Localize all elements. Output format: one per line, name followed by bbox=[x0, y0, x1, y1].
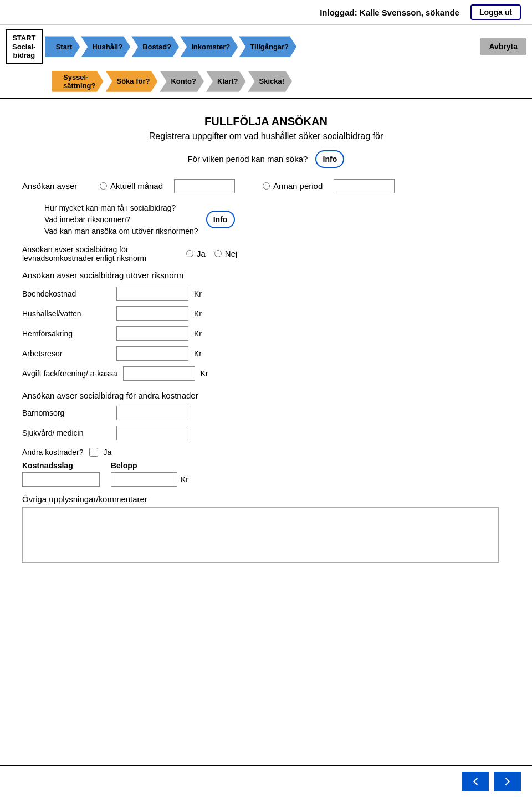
boendekostnad-input[interactable] bbox=[116, 287, 188, 301]
riksnorm-info: Hur mycket kan man få i socialbidrag? Va… bbox=[44, 202, 510, 237]
page-title: FULLFÖLJA ANSÖKAN bbox=[22, 115, 510, 128]
ovriga-textarea-wrapper bbox=[22, 507, 499, 565]
andra-kostnader-heading: Ansökan avser socialbidrag för andra kos… bbox=[22, 391, 510, 400]
nav-inkomster-label[interactable]: Inkomster? bbox=[180, 36, 238, 57]
belopp-col: Belopp Kr bbox=[111, 461, 188, 487]
nav-hushall[interactable]: Hushåll? bbox=[81, 36, 130, 57]
barnomsorg-label: Barnomsorg bbox=[22, 408, 111, 417]
boendekostnad-kr: Kr bbox=[194, 289, 202, 298]
levnadsomkostnader-label: Ansökan avser socialbidrag för levnadsom… bbox=[22, 245, 177, 263]
nav-tillgangar[interactable]: Tillgångar? bbox=[239, 36, 296, 57]
back-button[interactable] bbox=[462, 772, 489, 791]
annan-period-radio[interactable] bbox=[263, 182, 270, 190]
andra-kostnader-question-row: Andra kostnader? Ja bbox=[22, 448, 510, 457]
ja-checkbox-label: Ja bbox=[104, 448, 112, 457]
aktuell-manad-input[interactable] bbox=[174, 179, 235, 193]
belopp-label: Belopp bbox=[111, 461, 188, 470]
aktuell-manad-option[interactable]: Aktuell månad bbox=[100, 181, 163, 191]
kostnadsslag-label: Kostnadsslag bbox=[22, 461, 100, 470]
main-content: FULLFÖLJA ANSÖKAN Registrera uppgifter o… bbox=[0, 110, 532, 576]
belopp-input[interactable] bbox=[111, 472, 177, 487]
period-question: För vilken period kan man söka? bbox=[188, 154, 308, 164]
arbetsresor-input[interactable] bbox=[116, 346, 188, 361]
levnads-ja-radio[interactable] bbox=[186, 250, 193, 257]
hushallsel-label: Hushållsel/vatten bbox=[22, 309, 111, 318]
sjukvard-input[interactable] bbox=[116, 426, 188, 440]
hemforsakring-row: Hemförsäkring Kr bbox=[22, 326, 510, 341]
header-divider bbox=[0, 98, 532, 99]
utover-riksnorm-heading: Ansökan avser socialbidrag utöver riksno… bbox=[22, 270, 510, 280]
levnads-nej-radio[interactable] bbox=[214, 250, 222, 257]
avgift-label: Avgift fackförening/ a-kassa bbox=[22, 369, 117, 379]
nav-inkomster[interactable]: Inkomster? bbox=[180, 36, 238, 57]
forward-button[interactable] bbox=[494, 772, 521, 791]
belopp-kr: Kr bbox=[181, 475, 188, 484]
riksnorm-line3: Vad kan man ansöka om utöver riksnormen? bbox=[44, 226, 198, 237]
aktuell-manad-radio[interactable] bbox=[100, 182, 107, 190]
andra-kostnader-checkbox[interactable] bbox=[89, 448, 98, 457]
arbetsresor-label: Arbetsresor bbox=[22, 349, 111, 358]
avgift-row: Avgift fackförening/ a-kassa Kr bbox=[22, 366, 510, 381]
nav-konto-label[interactable]: Konto? bbox=[160, 71, 203, 92]
nav-start-label[interactable]: Start bbox=[45, 36, 80, 57]
avgift-input[interactable] bbox=[123, 366, 195, 381]
nav-bar-row1: START Social- bidrag Start Hushåll? Bost… bbox=[0, 25, 532, 69]
riksnorm-line2: Vad innebär riksnormen? bbox=[44, 214, 198, 226]
avgift-kr: Kr bbox=[201, 369, 208, 378]
kostnadsslag-col: Kostnadsslag bbox=[22, 461, 100, 487]
period-row: För vilken period kan man söka? Info bbox=[22, 150, 510, 168]
nav-bostad[interactable]: Bostad? bbox=[131, 36, 179, 57]
top-header: Inloggad: Kalle Svensson, sökande Logga … bbox=[0, 0, 532, 25]
nav-hushall-label[interactable]: Hushåll? bbox=[81, 36, 130, 57]
kostnadsslag-input[interactable] bbox=[22, 472, 100, 487]
utover-riksnorm-section: Ansökan avser socialbidrag utöver riksno… bbox=[22, 270, 510, 381]
boendekostnad-row: Boendekostnad Kr bbox=[22, 287, 510, 301]
forward-icon bbox=[502, 775, 514, 788]
levnads-nej-option[interactable]: Nej bbox=[214, 249, 238, 258]
boendekostnad-label: Boendekostnad bbox=[22, 289, 111, 298]
ovriga-textarea[interactable] bbox=[22, 507, 499, 563]
barnomsorg-row: Barnomsorg bbox=[22, 406, 510, 420]
nav-soka-for[interactable]: Söka för? bbox=[106, 71, 158, 92]
hushallsel-kr: Kr bbox=[194, 309, 202, 318]
levnadsomkostnader-row: Ansökan avser socialbidrag för levnadsom… bbox=[22, 245, 510, 263]
sjukvard-label: Sjukvård/ medicin bbox=[22, 428, 111, 438]
annan-period-label: Annan period bbox=[273, 181, 323, 191]
barnomsorg-input[interactable] bbox=[116, 406, 188, 420]
nav-konto[interactable]: Konto? bbox=[160, 71, 203, 92]
aktuell-manad-label: Aktuell månad bbox=[110, 181, 163, 191]
nav-klart[interactable]: Klart? bbox=[206, 71, 246, 92]
levnads-ja-label: Ja bbox=[197, 249, 206, 258]
info-button-period[interactable]: Info bbox=[315, 150, 344, 168]
annan-period-input[interactable] bbox=[334, 179, 395, 193]
hemforsakring-input[interactable] bbox=[116, 326, 188, 341]
nav-skicka-label[interactable]: Skicka! bbox=[248, 71, 293, 92]
sjukvard-row: Sjukvård/ medicin bbox=[22, 426, 510, 440]
ovriga-label: Övriga upplysningar/kommentarer bbox=[22, 494, 510, 504]
back-icon bbox=[469, 775, 482, 788]
nav-start[interactable]: Start bbox=[45, 36, 80, 57]
kostnadsslag-row: Kostnadsslag Belopp Kr bbox=[22, 461, 510, 487]
nav-soka-for-label[interactable]: Söka för? bbox=[106, 71, 158, 92]
andra-kostnader-question: Andra kostnader? bbox=[22, 448, 84, 457]
nav-skicka[interactable]: Skicka! bbox=[248, 71, 293, 92]
info-button-riksnorm[interactable]: Info bbox=[206, 211, 235, 228]
nav-sysselsattning-label[interactable]: Syssel-sättning? bbox=[52, 71, 104, 92]
arbetsresor-kr: Kr bbox=[194, 349, 202, 358]
nav-tillgangar-label[interactable]: Tillgångar? bbox=[239, 36, 296, 57]
nav-bostad-label[interactable]: Bostad? bbox=[131, 36, 179, 57]
bottom-bar bbox=[0, 765, 532, 797]
nav-bar-row2: Syssel-sättning? Söka för? Konto? Klart?… bbox=[0, 69, 532, 98]
arbetsresor-row: Arbetsresor Kr bbox=[22, 346, 510, 361]
ansökan-avser-label: Ansökan avser bbox=[22, 181, 89, 191]
start-box: START Social- bidrag bbox=[6, 29, 43, 64]
riksnorm-text: Hur mycket kan man få i socialbidrag? Va… bbox=[44, 202, 198, 237]
nav-klart-label[interactable]: Klart? bbox=[206, 71, 246, 92]
logga-ut-button[interactable]: Logga ut bbox=[470, 4, 521, 20]
riksnorm-info-row: Hur mycket kan man få i socialbidrag? Va… bbox=[44, 202, 510, 237]
annan-period-option[interactable]: Annan period bbox=[263, 181, 323, 191]
nav-sysselsattning[interactable]: Syssel-sättning? bbox=[52, 71, 104, 92]
hushallsel-input[interactable] bbox=[116, 306, 188, 321]
avbryta-button[interactable]: Avbryta bbox=[480, 38, 526, 55]
levnads-ja-option[interactable]: Ja bbox=[186, 249, 206, 258]
